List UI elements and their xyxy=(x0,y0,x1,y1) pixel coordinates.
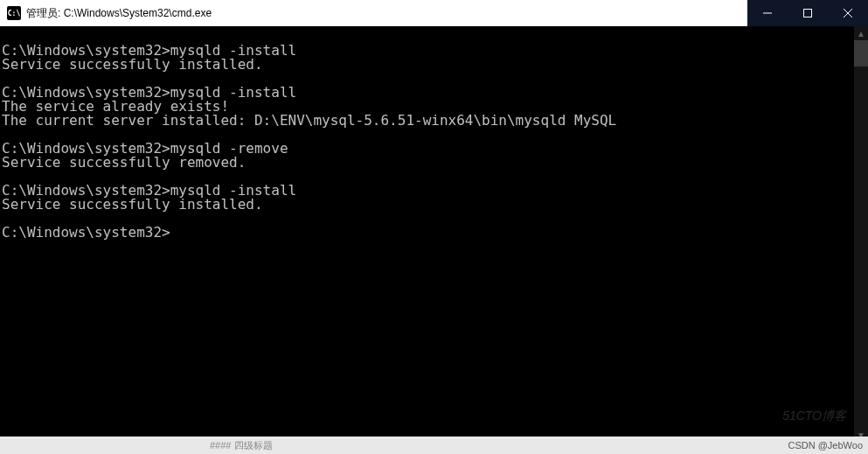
cmd-icon: C:\ xyxy=(7,6,21,20)
scrollbar[interactable]: ▲ ▼ xyxy=(854,26,868,442)
close-icon xyxy=(844,9,852,17)
bottom-blur-text: #### 四级标题 xyxy=(210,439,273,452)
scroll-thumb[interactable] xyxy=(854,40,868,66)
titlebar[interactable]: C:\ 管理员: C:\Windows\System32\cmd.exe xyxy=(0,0,868,26)
svg-rect-0 xyxy=(804,10,812,17)
terminal-body: C:\Windows\system32>mysqld -install Serv… xyxy=(0,26,868,442)
window-title: 管理员: C:\Windows\System32\cmd.exe xyxy=(26,6,747,21)
bottom-credit: CSDN @JebWoo xyxy=(788,440,863,451)
maximize-button[interactable] xyxy=(788,0,828,26)
close-button[interactable] xyxy=(828,0,868,26)
terminal-output[interactable]: C:\Windows\system32>mysqld -install Serv… xyxy=(0,26,854,442)
minimize-icon xyxy=(763,9,772,17)
window-controls xyxy=(747,0,868,26)
scroll-up-icon[interactable]: ▲ xyxy=(854,26,868,40)
bottom-bar: #### 四级标题 CSDN @JebWoo xyxy=(0,437,868,454)
maximize-icon xyxy=(803,9,812,17)
cmd-window: C:\ 管理员: C:\Windows\System32\cmd.exe C:\… xyxy=(0,0,868,442)
watermark: 51CTO博客 xyxy=(782,409,846,424)
minimize-button[interactable] xyxy=(747,0,788,26)
